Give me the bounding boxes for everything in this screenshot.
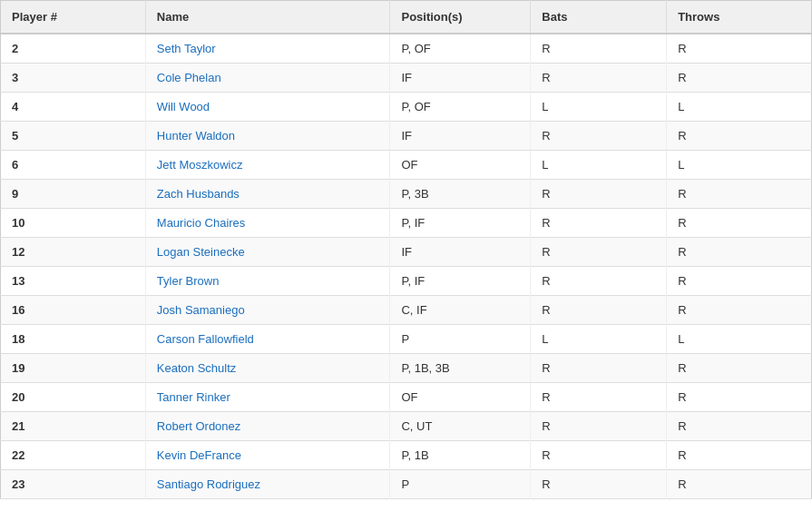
player-number-cell: 13 bbox=[1, 267, 146, 296]
player-bats-cell: R bbox=[531, 122, 667, 151]
player-name-link[interactable]: Carson Fallowfield bbox=[157, 332, 254, 346]
table-row: 12Logan SteineckeIFRR bbox=[1, 238, 812, 267]
table-row: 20Tanner RinkerOFRR bbox=[1, 383, 812, 412]
player-position-cell: P bbox=[390, 325, 531, 354]
player-throws-cell: R bbox=[667, 180, 812, 209]
player-bats-cell: R bbox=[531, 64, 667, 93]
player-name-cell[interactable]: Cole Phelan bbox=[145, 64, 390, 93]
table-row: 4Will WoodP, OFLL bbox=[1, 93, 812, 122]
player-number-cell: 21 bbox=[1, 412, 146, 441]
player-throws-cell: R bbox=[667, 296, 812, 325]
player-name-link[interactable]: Mauricio Chaires bbox=[157, 216, 246, 230]
table-row: 9Zach HusbandsP, 3BRR bbox=[1, 180, 812, 209]
player-name-cell[interactable]: Kevin DeFrance bbox=[145, 441, 390, 470]
player-bats-cell: R bbox=[531, 383, 667, 412]
roster-table: Player # Name Position(s) Bats Throws 2S… bbox=[0, 0, 812, 499]
player-throws-cell: R bbox=[667, 209, 812, 238]
player-name-link[interactable]: Seth Taylor bbox=[157, 42, 216, 55]
header-throws: Throws bbox=[667, 1, 812, 34]
player-position-cell: P, 1B bbox=[390, 441, 531, 470]
player-position-cell: P, 3B bbox=[390, 180, 531, 209]
table-row: 10Mauricio ChairesP, IFRR bbox=[1, 209, 812, 238]
player-name-cell[interactable]: Will Wood bbox=[145, 93, 390, 122]
player-number-cell: 19 bbox=[1, 354, 146, 383]
player-position-cell: P, IF bbox=[390, 267, 531, 296]
player-name-link[interactable]: Josh Samaniego bbox=[157, 303, 245, 317]
player-name-cell[interactable]: Josh Samaniego bbox=[145, 296, 390, 325]
player-name-link[interactable]: Hunter Waldon bbox=[157, 129, 235, 143]
table-row: 19Keaton SchultzP, 1B, 3BRR bbox=[1, 354, 812, 383]
player-number-cell: 23 bbox=[1, 470, 146, 499]
player-throws-cell: R bbox=[667, 383, 812, 412]
player-name-cell[interactable]: Santiago Rodriguez bbox=[145, 470, 390, 499]
player-name-link[interactable]: Logan Steinecke bbox=[157, 245, 245, 259]
player-number-cell: 20 bbox=[1, 383, 146, 412]
player-name-link[interactable]: Tyler Brown bbox=[157, 274, 220, 288]
player-name-link[interactable]: Will Wood bbox=[157, 100, 210, 113]
player-name-link[interactable]: Kevin DeFrance bbox=[157, 448, 241, 462]
player-position-cell: P, OF bbox=[390, 34, 531, 64]
player-number-cell: 2 bbox=[1, 34, 146, 64]
player-number-cell: 4 bbox=[1, 93, 146, 122]
player-number-cell: 12 bbox=[1, 238, 146, 267]
table-row: 23Santiago RodriguezPRR bbox=[1, 470, 812, 499]
player-number-cell: 18 bbox=[1, 325, 146, 354]
player-bats-cell: R bbox=[531, 354, 667, 383]
player-name-link[interactable]: Zach Husbands bbox=[157, 187, 240, 201]
table-row: 16Josh SamaniegoC, IFRR bbox=[1, 296, 812, 325]
player-bats-cell: R bbox=[531, 180, 667, 209]
player-position-cell: P, OF bbox=[390, 93, 531, 122]
player-name-cell[interactable]: Hunter Waldon bbox=[145, 122, 390, 151]
player-name-cell[interactable]: Tanner Rinker bbox=[145, 383, 390, 412]
player-name-cell[interactable]: Logan Steinecke bbox=[145, 238, 390, 267]
player-name-link[interactable]: Santiago Rodriguez bbox=[157, 477, 260, 491]
player-bats-cell: L bbox=[531, 93, 667, 122]
player-throws-cell: R bbox=[667, 354, 812, 383]
player-throws-cell: R bbox=[667, 412, 812, 441]
player-number-cell: 10 bbox=[1, 209, 146, 238]
player-throws-cell: R bbox=[667, 34, 812, 64]
table-row: 5Hunter WaldonIFRR bbox=[1, 122, 812, 151]
player-name-cell[interactable]: Robert Ordonez bbox=[145, 412, 390, 441]
player-throws-cell: R bbox=[667, 441, 812, 470]
table-row: 6Jett MoszkowiczOFLL bbox=[1, 151, 812, 180]
player-position-cell: OF bbox=[390, 151, 531, 180]
player-name-cell[interactable]: Jett Moszkowicz bbox=[145, 151, 390, 180]
player-bats-cell: R bbox=[531, 34, 667, 64]
player-position-cell: P, 1B, 3B bbox=[390, 354, 531, 383]
roster-table-container: Player # Name Position(s) Bats Throws 2S… bbox=[0, 0, 812, 531]
player-position-cell: P bbox=[390, 470, 531, 499]
player-bats-cell: L bbox=[531, 151, 667, 180]
player-name-cell[interactable]: Zach Husbands bbox=[145, 180, 390, 209]
player-name-link[interactable]: Cole Phelan bbox=[157, 71, 221, 84]
player-position-cell: C, IF bbox=[390, 296, 531, 325]
player-number-cell: 9 bbox=[1, 180, 146, 209]
player-bats-cell: R bbox=[531, 267, 667, 296]
player-name-cell[interactable]: Carson Fallowfield bbox=[145, 325, 390, 354]
player-name-cell[interactable]: Keaton Schultz bbox=[145, 354, 390, 383]
table-row: 18Carson FallowfieldPLL bbox=[1, 325, 812, 354]
player-name-link[interactable]: Robert Ordonez bbox=[157, 419, 241, 433]
player-bats-cell: R bbox=[531, 296, 667, 325]
player-name-link[interactable]: Jett Moszkowicz bbox=[157, 158, 243, 172]
player-position-cell: C, UT bbox=[390, 412, 531, 441]
player-name-cell[interactable]: Seth Taylor bbox=[145, 34, 390, 64]
player-throws-cell: R bbox=[667, 470, 812, 499]
player-number-cell: 16 bbox=[1, 296, 146, 325]
player-throws-cell: R bbox=[667, 267, 812, 296]
header-bats: Bats bbox=[531, 1, 667, 34]
player-number-cell: 5 bbox=[1, 122, 146, 151]
player-position-cell: OF bbox=[390, 383, 531, 412]
player-name-cell[interactable]: Tyler Brown bbox=[145, 267, 390, 296]
player-bats-cell: R bbox=[531, 209, 667, 238]
player-name-cell[interactable]: Mauricio Chaires bbox=[145, 209, 390, 238]
player-throws-cell: R bbox=[667, 64, 812, 93]
player-name-link[interactable]: Tanner Rinker bbox=[157, 390, 230, 404]
player-name-link[interactable]: Keaton Schultz bbox=[157, 361, 236, 375]
player-bats-cell: R bbox=[531, 412, 667, 441]
player-position-cell: IF bbox=[390, 122, 531, 151]
player-throws-cell: L bbox=[667, 325, 812, 354]
table-header-row: Player # Name Position(s) Bats Throws bbox=[1, 1, 812, 34]
player-bats-cell: R bbox=[531, 470, 667, 499]
player-throws-cell: L bbox=[667, 93, 812, 122]
